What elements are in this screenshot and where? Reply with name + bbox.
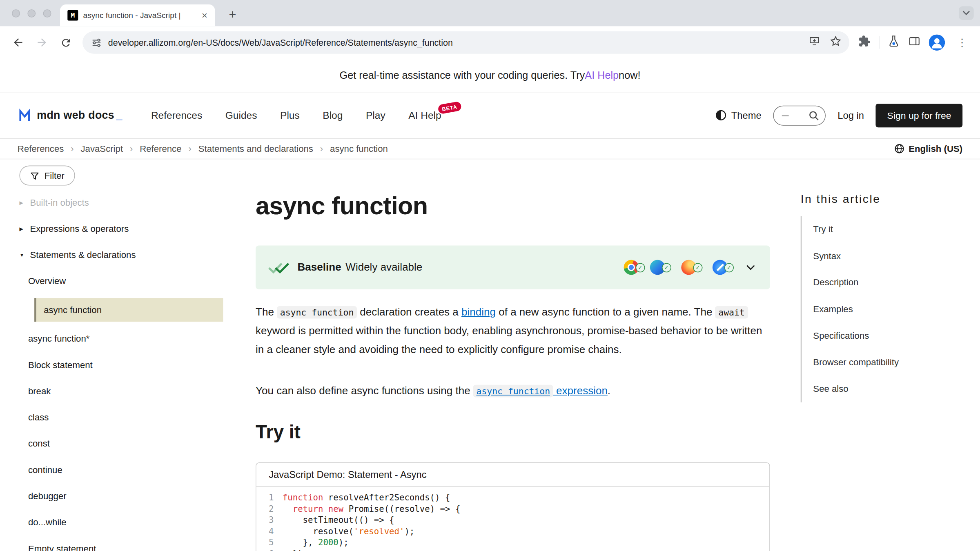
code-line[interactable]: 6 }); bbox=[256, 548, 770, 551]
code-line[interactable]: 2 return new Promise((resolve) => { bbox=[256, 503, 770, 514]
breadcrumb-statements[interactable]: Statements and declarations bbox=[198, 144, 313, 153]
sidebar-item-break[interactable]: break bbox=[19, 378, 230, 404]
breadcrumb-references[interactable]: References bbox=[18, 144, 64, 153]
sidebar-section-expressions[interactable]: Expressions & operators bbox=[19, 216, 230, 242]
sidebar-item-async-function-star[interactable]: async function* bbox=[19, 325, 230, 351]
language-selector[interactable]: English (US) bbox=[894, 144, 962, 153]
site-settings-icon[interactable] bbox=[91, 37, 102, 48]
toc-heading: In this article bbox=[801, 192, 980, 206]
theme-toggle[interactable]: Theme bbox=[715, 110, 761, 121]
url-bar[interactable]: developer.allizom.org/en-US/docs/Web/Jav… bbox=[82, 31, 849, 54]
browser-tab[interactable]: async function - JavaScript | bbox=[60, 4, 215, 27]
binding-link[interactable]: binding bbox=[461, 306, 496, 318]
signup-button[interactable]: Sign up for free bbox=[876, 103, 962, 127]
toc-examples[interactable]: Examples bbox=[813, 304, 853, 314]
nav-plus[interactable]: Plus bbox=[280, 110, 300, 121]
nav-guides[interactable]: Guides bbox=[225, 110, 257, 121]
toc-item: Try it bbox=[813, 216, 980, 243]
breadcrumb-current[interactable]: async function bbox=[330, 144, 388, 153]
toc-browser-compatibility[interactable]: Browser compatibility bbox=[813, 357, 899, 367]
reload-button[interactable] bbox=[54, 31, 78, 54]
new-tab-button[interactable] bbox=[224, 6, 241, 23]
install-app-button[interactable] bbox=[808, 35, 821, 50]
breadcrumb: References JavaScript Reference Statemen… bbox=[0, 139, 980, 160]
search-input[interactable] bbox=[773, 105, 826, 125]
sidebar-section-built-in-objects[interactable]: Built-in objects bbox=[19, 189, 230, 216]
close-window-button[interactable] bbox=[12, 9, 20, 17]
breadcrumb-separator bbox=[71, 144, 74, 153]
back-button[interactable] bbox=[6, 31, 30, 54]
code-line[interactable]: 5 }, 2000); bbox=[256, 537, 770, 548]
toc-syntax[interactable]: Syntax bbox=[813, 251, 841, 261]
nav-blog[interactable]: Blog bbox=[323, 110, 343, 121]
sidebar-item-continue[interactable]: continue bbox=[19, 457, 230, 483]
reload-icon bbox=[60, 37, 71, 49]
tryit-heading: Try it bbox=[256, 419, 770, 445]
chevron-down-icon bbox=[962, 11, 970, 16]
toc-item: Syntax bbox=[813, 243, 980, 269]
line-number: 2 bbox=[256, 503, 274, 514]
sidebar-section-statements[interactable]: Statements & declarations bbox=[19, 242, 230, 268]
minimize-window-button[interactable] bbox=[27, 9, 36, 17]
back-arrow-icon bbox=[12, 36, 24, 49]
traffic-lights bbox=[12, 9, 51, 17]
baseline-status: Widely available bbox=[345, 261, 422, 274]
login-link[interactable]: Log in bbox=[837, 110, 864, 121]
sidebar-item-debugger[interactable]: debugger bbox=[19, 483, 230, 509]
line-number: 6 bbox=[256, 548, 274, 551]
collapsed-arrow-icon bbox=[19, 226, 26, 231]
nav-play[interactable]: Play bbox=[366, 110, 385, 121]
toc-item: Examples bbox=[813, 296, 980, 322]
zoom-window-button[interactable] bbox=[43, 9, 51, 17]
extensions-button[interactable] bbox=[858, 35, 871, 50]
close-tab-icon[interactable] bbox=[199, 10, 210, 20]
sidebar-item-empty-statement[interactable]: Empty statement bbox=[19, 535, 230, 551]
search-icon bbox=[809, 110, 820, 121]
side-panel-button[interactable] bbox=[908, 35, 921, 50]
sidebar-item-block-statement[interactable]: Block statement bbox=[19, 352, 230, 378]
sidebar-item-overview[interactable]: Overview bbox=[19, 268, 230, 294]
code-line[interactable]: 4 resolve('resolved'); bbox=[256, 525, 770, 537]
baseline-expand-button[interactable] bbox=[746, 264, 755, 270]
code-editor[interactable]: 1function resolveAfter2Seconds() {2 retu… bbox=[256, 487, 770, 551]
ai-help-promo-link[interactable]: AI Help bbox=[585, 69, 619, 81]
sidebar-item-async-function[interactable]: async function bbox=[19, 294, 230, 326]
async-function-expression-link[interactable]: async function expression bbox=[473, 385, 608, 397]
promo-banner: Get real-time assistance with your codin… bbox=[0, 59, 980, 93]
mdn-logo-icon bbox=[18, 108, 33, 122]
sidebar-item-do-while[interactable]: do...while bbox=[19, 509, 230, 535]
filter-button[interactable]: Filter bbox=[19, 166, 75, 186]
nav-ai-help[interactable]: AI HelpBETA bbox=[408, 110, 441, 121]
labs-button[interactable] bbox=[887, 35, 900, 50]
filter-funnel-icon bbox=[30, 171, 39, 180]
toc-description[interactable]: Description bbox=[813, 278, 858, 287]
code-line[interactable]: 1function resolveAfter2Seconds() { bbox=[256, 492, 770, 503]
line-number: 4 bbox=[256, 525, 274, 537]
mdn-logo[interactable]: mdn web docs_ bbox=[18, 108, 122, 122]
line-number: 1 bbox=[256, 492, 274, 503]
code-line[interactable]: 3 setTimeout(() => { bbox=[256, 514, 770, 526]
sidebar-item-const[interactable]: const bbox=[19, 431, 230, 457]
toc-item: Browser compatibility bbox=[813, 349, 980, 375]
browser-menu-button[interactable] bbox=[953, 36, 971, 49]
bookmark-button[interactable] bbox=[829, 35, 842, 50]
breadcrumb-separator bbox=[320, 144, 323, 153]
breadcrumb-reference[interactable]: Reference bbox=[140, 144, 181, 153]
person-icon bbox=[929, 34, 945, 51]
toc-try-it[interactable]: Try it bbox=[813, 224, 833, 234]
forward-button[interactable] bbox=[30, 31, 53, 54]
supported-check-icon bbox=[636, 263, 645, 272]
sidebar-item-class[interactable]: class bbox=[19, 404, 230, 430]
tab-search-button[interactable] bbox=[959, 6, 974, 20]
profile-avatar[interactable] bbox=[929, 34, 945, 51]
toc-see-also[interactable]: See also bbox=[813, 384, 848, 393]
breadcrumb-separator bbox=[130, 144, 133, 153]
toc-specifications[interactable]: Specifications bbox=[813, 331, 869, 340]
baseline-banner[interactable]: Baseline Widely available bbox=[256, 246, 770, 289]
nav-references[interactable]: References bbox=[151, 110, 202, 121]
expanded-arrow-icon bbox=[19, 252, 26, 258]
inline-code-async-function: async function bbox=[277, 306, 357, 319]
supported-check-icon bbox=[693, 263, 702, 272]
main-nav: References Guides Plus Blog Play AI Help… bbox=[151, 110, 441, 121]
breadcrumb-javascript[interactable]: JavaScript bbox=[80, 144, 123, 153]
